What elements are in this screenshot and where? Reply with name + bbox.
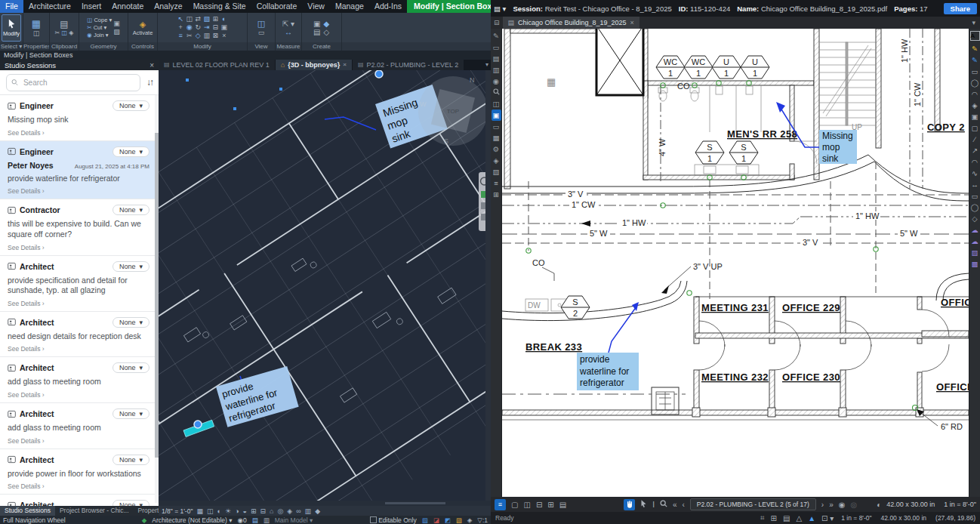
modify-button[interactable]: Modify (2, 14, 21, 42)
text-select-icon[interactable]: I (652, 501, 655, 509)
cope-button[interactable]: ◫ Cope ▾ (87, 17, 112, 23)
stamp-tool-icon[interactable]: ◈ (970, 100, 980, 111)
clipboard-small-icons[interactable]: ✂ ◫ ◈ (55, 29, 74, 36)
tab-view[interactable]: View (302, 0, 330, 13)
panel-label-select[interactable]: Select ▾ (0, 42, 23, 51)
last-page-icon[interactable]: » (829, 501, 834, 509)
image-tool-icon[interactable]: ▣ (970, 111, 980, 122)
view-tab-p202[interactable]: ▤P2.02 - PLUMBING - LEVEL 2 (353, 60, 464, 70)
tab-massing-site[interactable]: Massing & Site (188, 0, 251, 13)
home-icon[interactable]: ⌂ (270, 507, 273, 515)
status-dropdown[interactable]: None▾ (112, 100, 149, 111)
wall-geometry-icon[interactable]: ▣ (113, 20, 120, 27)
crop-view-icon[interactable]: ⊞ (251, 507, 257, 515)
activate-icon[interactable]: ◈ (140, 20, 146, 29)
comment-card[interactable]: Architect None▾ add glass to meeting roo… (0, 356, 159, 402)
layers-icon[interactable]: ▧ (492, 166, 501, 177)
view-tab-3d-active[interactable]: ⌂{3D - bbpnoyes}× (276, 60, 352, 70)
side-by-side-icon[interactable]: ◫ (523, 501, 530, 509)
status-dropdown[interactable]: None▾ (112, 500, 149, 506)
type-properties-icon[interactable]: ◫ (33, 29, 40, 37)
editing-requests-icon[interactable]: ◉0 (238, 516, 247, 524)
properties-icon[interactable]: ▭ (492, 121, 501, 132)
tab-project-browser[interactable]: Project Browser - Chic... (55, 506, 134, 516)
cut-button[interactable]: ✂ Cut ▾ (87, 24, 112, 31)
callout-tool-icon[interactable]: ◠ (970, 88, 980, 100)
comment-card[interactable]: Engineer None▾ Missing mop sink See Deta… (0, 95, 159, 140)
select-links-icon[interactable]: ▧ (422, 516, 428, 524)
tab-insert[interactable]: Insert (76, 0, 106, 13)
tab-collaborate[interactable]: Collaborate (251, 0, 303, 13)
shadows-icon[interactable]: ◑ (235, 507, 239, 515)
display-icon[interactable]: ▭ (258, 29, 265, 36)
note-tool-icon[interactable]: ▭ (970, 66, 980, 77)
unlocked-view-icon[interactable]: ◎ (277, 507, 283, 515)
cloud-plus-tool-icon[interactable]: ☁ (970, 236, 980, 247)
chevron-down-icon[interactable]: ▾ (967, 17, 980, 29)
spaces-icon[interactable]: ▤ (492, 53, 501, 64)
tool-chest-icon[interactable]: ▦ (492, 132, 501, 143)
ellipse-callout-icon[interactable]: ◯ (970, 77, 980, 88)
polygon-tool-icon[interactable]: ◇ (970, 213, 980, 224)
text-box-tool-icon[interactable]: A (970, 31, 980, 41)
search-box[interactable] (6, 74, 140, 91)
compare-icon[interactable]: ▤ (559, 501, 566, 509)
dimension-icon[interactable]: ↔ (285, 28, 292, 36)
links-icon[interactable]: ◈ (492, 155, 501, 166)
search-input[interactable] (22, 78, 135, 88)
see-details-link[interactable]: See Details › (8, 129, 149, 137)
detail-level-icon[interactable]: ◫ (207, 507, 214, 515)
see-details-link[interactable]: See Details › (8, 244, 149, 251)
previous-page-icon[interactable]: ‹ (682, 501, 684, 509)
single-page-icon[interactable]: ▢ (511, 501, 518, 509)
tab-add-ins[interactable]: Add-Ins (369, 0, 407, 13)
select-underlay-icon[interactable]: ◪ (433, 516, 439, 524)
rectangle-tool-icon[interactable]: ▭ (970, 190, 980, 202)
snap-icon[interactable]: ⊞ (771, 514, 777, 522)
status-dropdown[interactable]: None▾ (112, 362, 149, 373)
revit-3d-viewport[interactable]: Missing mop sink provide waterline for r… (159, 70, 491, 506)
comment-card[interactable]: Contractor None▾ this will be expensive … (0, 199, 159, 254)
drag-on-selection-icon[interactable]: ◈ (467, 516, 473, 524)
see-details-link[interactable]: See Details › (8, 187, 149, 195)
dimension-tool-icon[interactable]: ↔ (970, 179, 980, 190)
scale-icon[interactable]: ▦ (196, 507, 203, 515)
status-dropdown[interactable]: None▾ (112, 261, 149, 272)
close-icon[interactable]: × (149, 61, 154, 69)
select-tool-icon[interactable] (640, 500, 647, 510)
view-tab-level02[interactable]: ▤LEVEL 02 FLOOR PLAN REV 1 (159, 60, 275, 70)
sort-icon[interactable]: ↓↑ (146, 77, 153, 88)
paste-icon[interactable]: ▤ (60, 19, 68, 29)
document-tab[interactable]: ▤ Chicago Office Building_8_19_2025 × (503, 17, 639, 29)
highlighter-tool-icon[interactable]: ✎ (970, 43, 980, 54)
active-workset-dropdown[interactable]: Architecture (Not Editable) ▾ (152, 516, 232, 524)
create-tools-grid[interactable]: ▣◆▤◇ (313, 20, 330, 36)
tab-file[interactable]: File (0, 0, 23, 13)
first-page-icon[interactable]: « (673, 501, 677, 509)
demolish-icon[interactable]: ▨ (113, 28, 120, 35)
filter-icon[interactable]: ▽:1 (477, 516, 488, 524)
snapshot-tool-icon[interactable]: ▢ (970, 122, 980, 134)
bookmarks-icon[interactable]: ▥ (492, 64, 501, 76)
tab-access-icon[interactable]: ⊟ (491, 17, 503, 29)
comment-card[interactable]: Architect None▾ need design details for … (0, 311, 159, 357)
ellipse-tool-icon[interactable]: ◯ (970, 202, 980, 213)
constraints-icon[interactable]: ◆ (315, 507, 320, 515)
worksharing-display-icon[interactable]: ▥ (263, 516, 270, 524)
status-dropdown[interactable]: None▾ (112, 408, 149, 419)
temporary-hide-icon[interactable]: ◈ (287, 507, 292, 515)
comment-card[interactable]: Architect None▾ provide specification an… (0, 255, 159, 311)
flags-icon[interactable]: ▭ (492, 42, 501, 53)
comment-pin[interactable] (194, 421, 202, 428)
render-icon[interactable]: ◒ (242, 507, 246, 515)
select-by-face-icon[interactable]: ▨ (456, 516, 462, 524)
markup-snap-icon[interactable]: △ (796, 514, 802, 522)
see-details-link[interactable]: See Details › (8, 437, 149, 445)
share-button[interactable]: Share (944, 3, 977, 14)
hide-isolate-icon[interactable]: ◫ (257, 19, 265, 29)
modify-tools-grid[interactable]: ↖◫⇄▧⊞◐ +◉↻⇥⊟▣ ≡✂◇▥⊠× (177, 15, 227, 40)
arrow-tool-icon[interactable]: ↗ (970, 145, 980, 156)
comment-card-selected[interactable]: Engineer None▾ Peter Noyes August 21, 20… (0, 140, 159, 199)
sun-path-icon[interactable]: ☀ (225, 507, 231, 515)
file-menu-icon[interactable]: ▤ ▾ (494, 5, 506, 13)
